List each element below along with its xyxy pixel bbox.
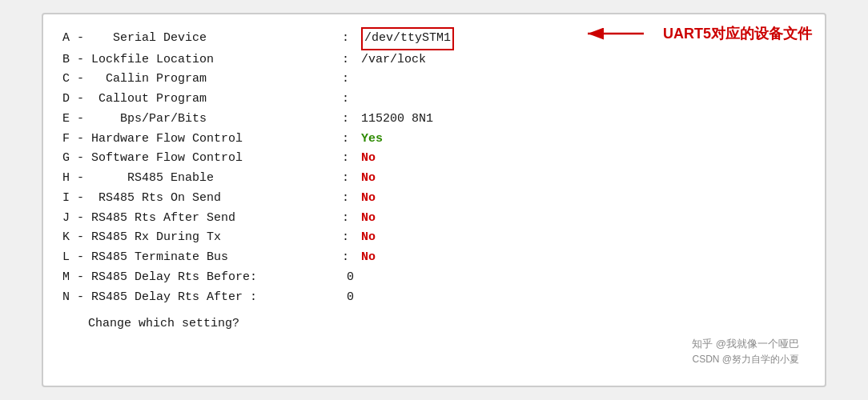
row-key-j: J - RS485 Rts After Send xyxy=(62,209,335,229)
watermark: 知乎 @我就像一个哑巴 xyxy=(692,337,799,351)
row-value-l: No xyxy=(361,248,376,268)
terminal-row-j: J - RS485 Rts After Send : No xyxy=(62,209,806,229)
row-colon-i: : xyxy=(335,189,356,209)
row-value-b: /var/lock xyxy=(361,50,426,70)
row-value-e: 115200 8N1 xyxy=(361,110,433,130)
row-value-h: No xyxy=(361,169,376,189)
row-colon-j: : xyxy=(335,209,356,229)
row-value-g: No xyxy=(361,149,376,169)
row-value-k: No xyxy=(361,228,376,248)
row-colon-c: : xyxy=(335,70,356,90)
terminal-row-m: M - RS485 Delay Rts Before: 0 xyxy=(62,268,806,288)
row-colon-d: : xyxy=(335,90,356,110)
terminal-row-d: D - Callout Program : xyxy=(62,90,806,110)
row-key-f: F - Hardware Flow Control xyxy=(62,130,335,150)
row-key-c: C - Callin Program xyxy=(62,70,335,90)
row-value-m: 0 xyxy=(347,268,354,288)
row-colon-f: : xyxy=(335,130,356,150)
main-container: A - Serial Device : /dev/ttySTM1B - Lock… xyxy=(42,13,826,388)
terminal-row-h: H - RS485 Enable : No xyxy=(62,169,806,189)
row-key-g: G - Software Flow Control xyxy=(62,149,335,169)
row-colon-b: : xyxy=(335,50,356,70)
row-colon-h: : xyxy=(335,169,356,189)
row-colon-m xyxy=(335,268,342,288)
row-value-j: No xyxy=(361,209,376,229)
row-colon-e: : xyxy=(335,110,356,130)
row-key-b: B - Lockfile Location xyxy=(62,50,335,70)
row-key-h: H - RS485 Enable xyxy=(62,169,335,189)
terminal-row-g: G - Software Flow Control : No xyxy=(62,149,806,169)
row-key-i: I - RS485 Rts On Send xyxy=(62,189,335,209)
terminal-row-c: C - Callin Program : xyxy=(62,70,806,90)
row-colon-n xyxy=(335,288,342,308)
row-colon-g: : xyxy=(335,149,356,169)
terminal-row-f: F - Hardware Flow Control : Yes xyxy=(62,130,806,150)
row-key-k: K - RS485 Rx During Tx xyxy=(62,228,335,248)
row-key-a: A - Serial Device xyxy=(62,29,335,49)
arrow-icon xyxy=(580,26,652,58)
terminal-row-n: N - RS485 Delay Rts After : 0 xyxy=(62,288,806,308)
footer: 知乎 @我就像一个哑巴 CSDN @努力自学的小夏 xyxy=(62,337,806,366)
terminal-row-e: E - Bps/Par/Bits : 115200 8N1 xyxy=(62,110,806,130)
annotation-text: UART5对应的设备文件 xyxy=(663,24,812,43)
change-prompt: Change which setting? xyxy=(62,317,806,330)
row-key-l: L - RS485 Terminate Bus xyxy=(62,248,335,268)
source: CSDN @努力自学的小夏 xyxy=(692,353,799,366)
row-value-n: 0 xyxy=(347,288,354,308)
row-value-f: Yes xyxy=(361,130,383,150)
row-key-m: M - RS485 Delay Rts Before: xyxy=(62,268,335,288)
row-key-d: D - Callout Program xyxy=(62,90,335,110)
row-colon-a: : xyxy=(335,29,356,49)
row-key-e: E - Bps/Par/Bits xyxy=(62,110,335,130)
row-colon-l: : xyxy=(335,248,356,268)
row-value-i: No xyxy=(361,189,376,209)
terminal-row-k: K - RS485 Rx During Tx : No xyxy=(62,228,806,248)
row-key-n: N - RS485 Delay Rts After : xyxy=(62,288,335,308)
terminal-row-l: L - RS485 Terminate Bus : No xyxy=(62,248,806,268)
terminal-row-i: I - RS485 Rts On Send : No xyxy=(62,189,806,209)
annotation-area: UART5对应的设备文件 xyxy=(663,24,812,43)
terminal-display: A - Serial Device : /dev/ttySTM1B - Lock… xyxy=(62,27,806,308)
row-value-a: /dev/ttySTM1 xyxy=(361,27,454,50)
row-colon-k: : xyxy=(335,228,356,248)
terminal-row-b: B - Lockfile Location : /var/lock xyxy=(62,50,806,70)
